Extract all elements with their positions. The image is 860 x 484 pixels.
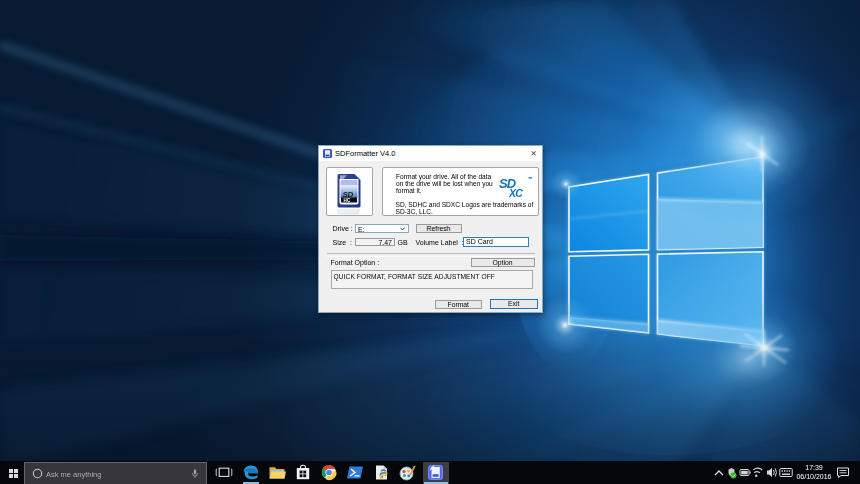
svg-text:XC: XC [508, 187, 523, 198]
svg-text:HC: HC [344, 197, 351, 202]
